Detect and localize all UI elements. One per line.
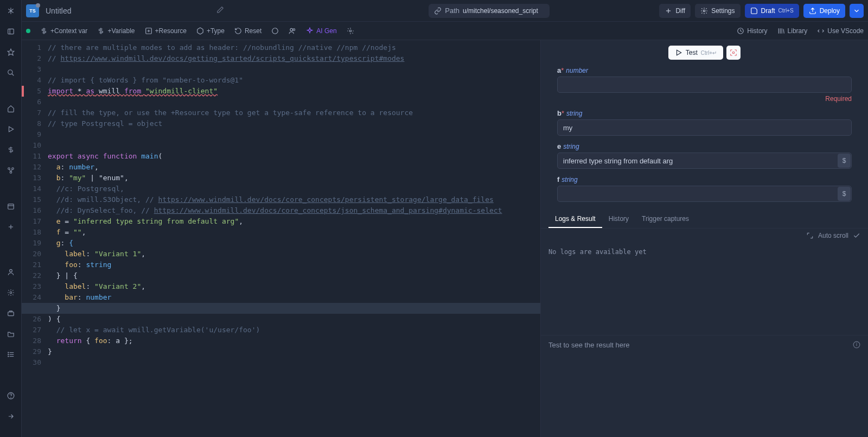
draft-button[interactable]: DraftCtrl+S (745, 4, 799, 18)
panel-icon[interactable] (5, 26, 16, 37)
list-icon[interactable] (5, 349, 16, 360)
error-marker (22, 86, 24, 97)
gear-icon[interactable] (347, 27, 354, 35)
sidebar (0, 0, 22, 437)
path-label: Path (445, 7, 459, 15)
input-field-b: b*string (557, 109, 852, 136)
logo-icon[interactable] (5, 5, 16, 16)
code-content[interactable]: // there are multiple modes to add as he… (48, 40, 540, 368)
home-icon[interactable] (5, 103, 16, 114)
svg-point-24 (10, 397, 11, 398)
svg-point-22 (8, 356, 8, 357)
topbar: TS Untitled Path Diff Settings DraftCtrl… (22, 0, 868, 22)
svg-marker-5 (9, 126, 13, 131)
rename-icon[interactable] (216, 6, 224, 15)
svg-marker-2 (8, 49, 14, 55)
svg-point-33 (272, 28, 278, 34)
svg-rect-16 (8, 312, 14, 316)
field-label: estring (557, 142, 852, 150)
inputs-form: a*numberRequiredb*stringestring$fstring$ (541, 66, 868, 208)
svg-point-27 (703, 10, 705, 12)
svg-line-4 (11, 74, 14, 76)
svg-point-21 (8, 354, 8, 354)
file-title: Untitled (46, 7, 71, 15)
file-type-badge: TS (26, 4, 39, 17)
field-expand-icon[interactable]: $ (838, 187, 851, 201)
svg-rect-10 (8, 204, 14, 209)
ai-gen-button[interactable]: AI Gen (306, 27, 336, 35)
field-label: b*string (557, 109, 852, 117)
check-icon[interactable] (853, 232, 860, 239)
field-label: a*number (557, 66, 852, 74)
calendar-icon[interactable] (5, 201, 16, 212)
gear-icon[interactable] (5, 287, 16, 298)
input-field-e: estring$ (557, 142, 852, 169)
play-icon[interactable] (5, 124, 16, 135)
tab-history[interactable]: History (602, 211, 635, 228)
svg-point-46 (857, 343, 857, 344)
result-body: Test to see the result here (541, 335, 868, 437)
test-button[interactable]: Test Ctrl+↵ (668, 46, 723, 60)
variable-button[interactable]: +Variable (97, 27, 135, 35)
auto-scroll-label: Auto scroll (818, 232, 848, 239)
svg-line-41 (783, 29, 784, 33)
deploy-button[interactable]: Deploy (803, 4, 845, 18)
expand-button[interactable] (726, 46, 741, 60)
library-button[interactable]: Library (777, 27, 808, 35)
settings-button[interactable]: Settings (695, 4, 740, 18)
result-tabs: Logs & ResultHistoryTrigger captures (541, 211, 868, 229)
diff-button[interactable]: Diff (659, 4, 691, 18)
use-vscode-button[interactable]: Use VScode (817, 27, 864, 35)
reset-button[interactable]: Reset (234, 27, 261, 35)
field-input-a[interactable] (557, 77, 852, 93)
link-icon (434, 7, 442, 15)
required-hint: Required (557, 95, 852, 103)
svg-point-20 (8, 352, 8, 353)
field-input-f[interactable] (557, 186, 852, 202)
record-icon[interactable] (271, 27, 279, 35)
tab-logs-result[interactable]: Logs & Result (548, 211, 602, 228)
dollar-icon[interactable] (5, 144, 16, 155)
input-field-a: a*numberRequired (557, 66, 852, 103)
user-icon[interactable] (5, 267, 16, 277)
context-var-button[interactable]: +Context var (40, 27, 87, 35)
svg-point-43 (732, 52, 735, 54)
fullscreen-icon[interactable] (806, 232, 814, 239)
code-editor[interactable]: 1234567891011121314151617181920212223242… (22, 40, 540, 437)
info-icon[interactable] (853, 341, 860, 350)
field-label: fstring (557, 175, 852, 183)
svg-point-14 (9, 269, 12, 272)
path-chip[interactable]: Path (429, 4, 550, 18)
field-expand-icon[interactable]: $ (838, 154, 851, 168)
plus-icon[interactable] (5, 221, 16, 232)
folder-icon[interactable] (5, 328, 16, 339)
path-input[interactable] (463, 7, 544, 15)
logs-body: No logs are available yet (541, 243, 868, 335)
help-icon[interactable] (5, 390, 16, 401)
tab-trigger-captures[interactable]: Trigger captures (635, 211, 695, 228)
star-icon[interactable] (5, 47, 16, 58)
toolbox-icon[interactable] (5, 308, 16, 319)
resource-button[interactable]: +Resource (145, 27, 187, 35)
field-input-b[interactable] (557, 119, 852, 136)
type-button[interactable]: +Type (196, 27, 225, 35)
history-button[interactable]: History (737, 27, 767, 35)
users-icon[interactable] (289, 27, 296, 35)
input-field-f: fstring$ (557, 175, 852, 202)
search-icon[interactable] (5, 67, 16, 78)
status-dot (26, 29, 30, 33)
svg-point-36 (349, 30, 352, 32)
svg-rect-0 (8, 29, 14, 34)
svg-point-35 (293, 28, 295, 30)
svg-point-34 (290, 28, 293, 31)
svg-point-3 (8, 70, 12, 74)
collapse-icon[interactable] (5, 411, 16, 422)
field-input-e[interactable] (557, 153, 852, 169)
svg-point-15 (10, 292, 12, 294)
line-gutter: 1234567891011121314151617181920212223242… (22, 40, 48, 368)
molecule-icon[interactable] (5, 165, 16, 176)
editor-toolbar: +Context var +Variable +Resource +Type R… (22, 22, 868, 40)
svg-marker-42 (676, 50, 681, 55)
deploy-dropdown[interactable] (850, 4, 864, 18)
right-panel: Test Ctrl+↵ a*numberRequiredb*stringestr… (540, 40, 868, 437)
